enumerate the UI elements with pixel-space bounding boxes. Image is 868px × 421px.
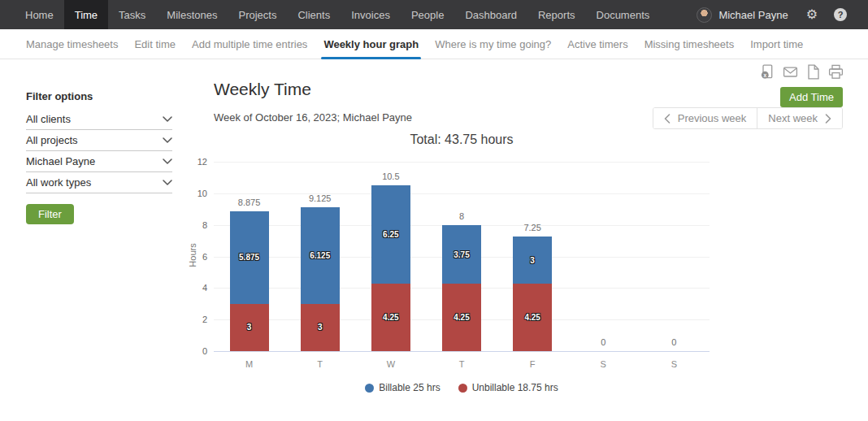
bar-segment-billable-0: 5.875 bbox=[230, 211, 269, 304]
topnav-item-people[interactable]: People bbox=[401, 0, 454, 29]
bar-value-label: 4.25 bbox=[524, 313, 540, 322]
subnav-item-active-timers[interactable]: Active timers bbox=[559, 29, 636, 59]
bar-segment-unbillable-1: 3 bbox=[301, 304, 340, 351]
topnav-item-clients[interactable]: Clients bbox=[287, 0, 341, 29]
filter-select-all-clients[interactable]: All clients bbox=[26, 109, 172, 130]
bar-value-label: 4.25 bbox=[383, 313, 398, 322]
x-axis-label: W bbox=[363, 359, 419, 369]
bar-segment-unbillable-3: 4.25 bbox=[442, 284, 481, 351]
topnav-item-dashboard[interactable]: Dashboard bbox=[454, 0, 527, 29]
filter-select-value: All clients bbox=[26, 113, 71, 125]
chevron-right-icon bbox=[825, 114, 831, 124]
topnav-item-invoices[interactable]: Invoices bbox=[341, 0, 401, 29]
add-time-button[interactable]: Add Time bbox=[780, 87, 843, 107]
filter-selects: All clientsAll projectsMichael PayneAll … bbox=[26, 109, 172, 193]
bar-segment-billable-3: 3.75 bbox=[442, 225, 481, 284]
legend-item-billable-25-hrs[interactable]: Billable 25 hrs bbox=[365, 382, 440, 393]
y-axis-tick: 12 bbox=[186, 157, 207, 167]
subnav-item-weekly-hour-graph[interactable]: Weekly hour graph bbox=[315, 29, 427, 59]
gridline bbox=[214, 351, 710, 352]
pdf-export-icon[interactable] bbox=[805, 64, 821, 80]
bar-total-label: 10.5 bbox=[363, 171, 419, 181]
filter-select-value: Michael Payne bbox=[26, 155, 95, 167]
weekly-time-page: HomeTimeTasksMilestonesProjectsClientsIn… bbox=[0, 0, 868, 421]
page-title: Weekly Time bbox=[214, 80, 311, 99]
help-icon[interactable]: ? bbox=[834, 8, 847, 21]
legend-dot bbox=[458, 384, 467, 393]
x-axis-label: S bbox=[646, 359, 701, 369]
gridline bbox=[214, 193, 710, 194]
x-axis-label: S bbox=[575, 359, 631, 369]
bar-segment-billable-2: 6.25 bbox=[371, 185, 410, 284]
subnav-item-manage-timesheets[interactable]: Manage timesheets bbox=[18, 29, 126, 59]
sub-navigation: Manage timesheetsEdit timeAdd multiple t… bbox=[0, 29, 868, 59]
svg-text:x: x bbox=[763, 72, 766, 78]
previous-week-button[interactable]: Previous week bbox=[653, 108, 757, 128]
bar-total-label: 9.125 bbox=[293, 193, 348, 203]
chevron-down-icon bbox=[163, 116, 172, 122]
print-icon[interactable] bbox=[828, 64, 844, 80]
page-subtitle: Week of October 16, 2023; Michael Payne bbox=[214, 111, 412, 124]
filter-options-title: Filter options bbox=[26, 90, 172, 102]
chevron-down-icon bbox=[163, 137, 172, 143]
topnav-user-area: Michael Payne ⚙ ? bbox=[697, 0, 868, 29]
email-icon[interactable] bbox=[783, 64, 798, 80]
subnav-item-where-is-my-time-going[interactable]: Where is my time going? bbox=[427, 29, 559, 59]
excel-export-icon[interactable]: x bbox=[760, 64, 775, 80]
topnav-item-home[interactable]: Home bbox=[15, 0, 64, 29]
bar-total-label: 0 bbox=[575, 337, 631, 347]
chevron-down-icon bbox=[163, 180, 172, 185]
bar-segment-billable-4: 3 bbox=[513, 237, 552, 284]
top-navigation: HomeTimeTasksMilestonesProjectsClientsIn… bbox=[0, 0, 868, 29]
filter-select-michael-payne[interactable]: Michael Payne bbox=[26, 151, 172, 172]
bar-total-label: 0 bbox=[646, 337, 701, 347]
gridline bbox=[214, 162, 710, 163]
chevron-left-icon bbox=[664, 114, 671, 124]
chart-title: Total: 43.75 hours bbox=[214, 132, 710, 147]
topnav-item-milestones[interactable]: Milestones bbox=[156, 0, 228, 29]
bar-value-label: 4.25 bbox=[454, 313, 469, 322]
bar-total-label: 8.875 bbox=[222, 197, 277, 207]
y-axis-tick: 8 bbox=[186, 220, 207, 230]
y-axis-tick: 0 bbox=[186, 346, 207, 356]
avatar[interactable] bbox=[697, 7, 712, 23]
x-axis-label: T bbox=[293, 359, 348, 369]
filter-button[interactable]: Filter bbox=[26, 204, 74, 224]
y-axis-tick: 2 bbox=[186, 315, 207, 324]
user-name[interactable]: Michael Payne bbox=[718, 9, 788, 21]
topnav-items: HomeTimeTasksMilestonesProjectsClientsIn… bbox=[15, 0, 660, 29]
subnav-item-import-time[interactable]: Import time bbox=[742, 29, 811, 59]
x-axis-label: T bbox=[434, 359, 489, 369]
topnav-item-projects[interactable]: Projects bbox=[228, 0, 287, 29]
previous-week-label: Previous week bbox=[678, 112, 747, 124]
gear-icon[interactable]: ⚙ bbox=[806, 8, 818, 21]
bar-value-label: 3 bbox=[530, 256, 535, 265]
legend-label: Unbillable 18.75 hrs bbox=[472, 382, 558, 393]
subnav-item-missing-timesheets[interactable]: Missing timesheets bbox=[636, 29, 743, 59]
next-week-button[interactable]: Next week bbox=[757, 108, 842, 128]
bar-total-label: 8 bbox=[434, 211, 489, 221]
bar-segment-billable-1: 6.125 bbox=[301, 207, 340, 304]
filter-select-value: All projects bbox=[26, 134, 78, 146]
next-week-label: Next week bbox=[768, 112, 818, 124]
subnav-item-edit-time[interactable]: Edit time bbox=[126, 29, 184, 59]
y-axis-tick: 10 bbox=[186, 189, 207, 198]
filter-select-all-projects[interactable]: All projects bbox=[26, 130, 172, 151]
topnav-item-reports[interactable]: Reports bbox=[527, 0, 586, 29]
export-toolbar: x bbox=[760, 64, 844, 80]
topnav-item-documents[interactable]: Documents bbox=[586, 0, 661, 29]
bar-value-label: 3 bbox=[247, 323, 252, 332]
subnav-item-add-multiple-time-entries[interactable]: Add multiple time entries bbox=[184, 29, 315, 59]
week-navigation: Previous week Next week bbox=[653, 107, 843, 129]
y-axis-tick: 4 bbox=[186, 283, 207, 293]
bar-value-label: 3.75 bbox=[454, 250, 469, 259]
topnav-item-time[interactable]: Time bbox=[64, 0, 108, 29]
filter-select-all-work-types[interactable]: All work types bbox=[26, 172, 172, 193]
topnav-item-tasks[interactable]: Tasks bbox=[108, 0, 156, 29]
bar-value-label: 6.125 bbox=[310, 251, 330, 260]
y-axis-label: Hours bbox=[188, 239, 197, 271]
bar-segment-unbillable-2: 4.25 bbox=[371, 284, 410, 351]
x-axis-label: M bbox=[222, 359, 277, 369]
legend-item-unbillable-18-75-hrs[interactable]: Unbillable 18.75 hrs bbox=[458, 382, 558, 393]
weekly-hours-chart: Total: 43.75 hours024681012Hours35.8758.… bbox=[176, 130, 745, 414]
